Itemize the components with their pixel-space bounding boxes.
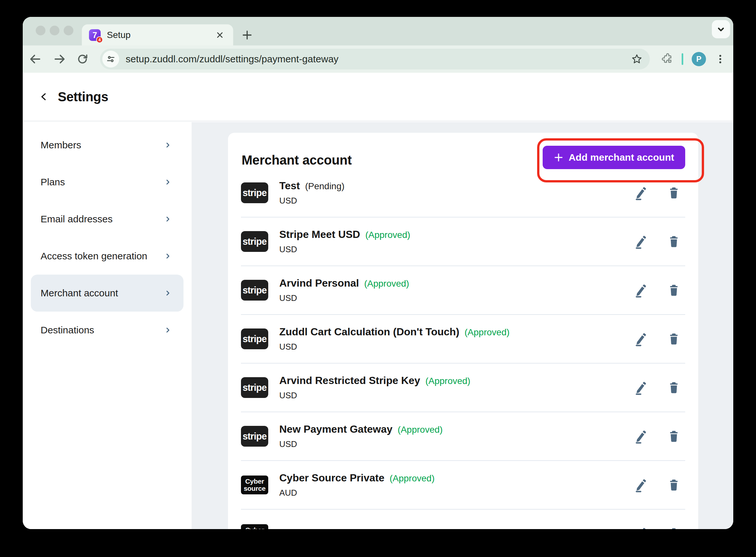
delete-trash-icon [667, 527, 681, 529]
delete-account-button[interactable] [667, 430, 681, 443]
delete-account-button[interactable] [667, 332, 681, 346]
account-text: New Payment Gateway(Approved)USD [279, 423, 443, 449]
edit-account-button[interactable] [633, 283, 648, 298]
edit-account-button[interactable] [633, 185, 648, 200]
stripe-logo: stripe [241, 328, 268, 349]
edit-pencil-icon [633, 234, 648, 249]
delete-account-button[interactable] [667, 527, 681, 529]
row-actions [633, 526, 685, 529]
page-title: Settings [58, 90, 108, 104]
sidebar-item-label: Merchant account [40, 288, 164, 299]
status-badge: (Approved) [398, 424, 443, 435]
extensions-puzzle-icon[interactable] [659, 52, 673, 66]
sidebar-item-access-token-generation[interactable]: Access token generation [31, 238, 184, 274]
delete-account-button[interactable] [667, 283, 681, 297]
sidebar-item-members[interactable]: Members [31, 126, 184, 164]
browser-menu-icon[interactable] [714, 52, 727, 66]
merchant-account-row: CybersourceRaghu cybersource private, do… [241, 509, 685, 529]
account-text: Arvind Personal(Approved)USD [279, 277, 409, 303]
tab-close-icon[interactable] [214, 29, 226, 41]
sidebar-item-destinations[interactable]: Destinations [31, 312, 184, 349]
row-actions [633, 283, 685, 298]
new-tab-button[interactable] [240, 28, 255, 42]
edit-account-button[interactable] [633, 331, 648, 346]
account-name: Arvind Restricted Stripe Key [279, 375, 420, 387]
stripe-logo: stripe [241, 182, 268, 203]
delete-account-button[interactable] [667, 478, 681, 492]
settings-body: MembersPlansEmail addressesAccess token … [23, 122, 733, 529]
logo-text: stripe [243, 334, 267, 344]
row-actions [633, 380, 685, 395]
window-controls [36, 26, 74, 35]
sidebar-item-label: Plans [40, 177, 164, 187]
delete-account-button[interactable] [667, 235, 681, 248]
account-text: Raghu cybersource private, don't use thi… [279, 528, 536, 529]
profile-avatar[interactable]: P [692, 52, 706, 66]
sidebar-item-label: Access token generation [40, 251, 164, 262]
stripe-logo: stripe [241, 231, 268, 252]
status-badge: (Approved) [364, 278, 409, 289]
account-name: Arvind Personal [279, 277, 359, 289]
delete-trash-icon [667, 381, 681, 394]
browser-tab-setup[interactable]: 7 4 Setup [82, 24, 233, 46]
extension-status-bar [682, 53, 683, 65]
delete-account-button[interactable] [667, 381, 681, 394]
sidebar-item-email-addresses[interactable]: Email addresses [31, 201, 184, 238]
tab-search-button[interactable] [712, 20, 730, 38]
window-minimize-button[interactable] [50, 26, 59, 35]
status-badge: (Approved) [465, 327, 510, 338]
delete-account-button[interactable] [667, 186, 681, 200]
forward-icon[interactable] [52, 51, 67, 67]
sidebar-item-label: Email addresses [40, 213, 164, 225]
url-text[interactable]: setup.zuddl.com/zuddl/settings/payment-g… [126, 54, 630, 65]
edit-account-button[interactable] [633, 380, 648, 395]
merchant-account-row: stripeArvind Personal(Approved)USD [241, 266, 685, 315]
window-close-button[interactable] [36, 26, 46, 35]
address-bar[interactable]: setup.zuddl.com/zuddl/settings/payment-g… [100, 49, 650, 69]
status-badge: (Pending) [305, 181, 344, 192]
favicon-badge: 4 [96, 36, 103, 43]
stripe-logo: stripe [241, 426, 268, 447]
page-header: Settings [23, 73, 733, 121]
account-name-line: Arvind Restricted Stripe Key(Approved) [279, 375, 470, 387]
browser-window: 7 4 Setup [23, 17, 733, 529]
merchant-account-list: stripeTest(Pending)USDstripeStripe Meet … [241, 169, 685, 529]
edit-pencil-icon [633, 526, 648, 529]
account-text: Cyber Source Private(Approved)AUD [279, 472, 435, 498]
back-icon[interactable] [27, 51, 43, 67]
stripe-logo: stripe [241, 377, 268, 398]
favicon: 7 4 [89, 29, 101, 41]
toolbar-right-cluster: P [650, 52, 733, 66]
bookmark-star-icon[interactable] [630, 52, 644, 66]
delete-trash-icon [667, 235, 681, 248]
window-zoom-button[interactable] [64, 26, 74, 35]
back-chevron-icon[interactable] [38, 91, 49, 102]
edit-pencil-icon [633, 331, 648, 346]
main-content: Merchant account Add merchant account st… [192, 122, 733, 529]
logo-text: Cyber [245, 478, 264, 485]
merchant-account-row: stripeTest(Pending)USD [241, 169, 685, 217]
edit-account-button[interactable] [633, 526, 648, 529]
logo-text: stripe [243, 431, 267, 442]
edit-pencil-icon [633, 185, 648, 200]
edit-account-button[interactable] [633, 234, 648, 249]
sidebar-item-plans[interactable]: Plans [31, 164, 184, 201]
edit-account-button[interactable] [633, 429, 648, 444]
account-name: New Payment Gateway [279, 423, 393, 435]
account-text: Arvind Restricted Stripe Key(Approved)US… [279, 375, 470, 401]
merchant-account-row: stripeNew Payment Gateway(Approved)USD [241, 412, 685, 461]
add-merchant-account-button[interactable]: Add merchant account [543, 146, 685, 169]
reload-icon[interactable] [75, 51, 90, 67]
chevron-right-icon [164, 178, 172, 186]
account-name: Test [279, 180, 300, 192]
account-currency: USD [279, 342, 509, 352]
status-badge: (Approved) [390, 473, 435, 483]
sidebar-item-merchant-account[interactable]: Merchant account [31, 274, 184, 312]
site-settings-icon[interactable] [102, 51, 119, 67]
merchant-account-card: Merchant account Add merchant account st… [228, 133, 698, 529]
sidebar-item-label: Destinations [40, 325, 164, 335]
edit-account-button[interactable] [633, 477, 648, 492]
account-name-line: Arvind Personal(Approved) [279, 277, 409, 289]
cybersource-logo: Cybersource [241, 524, 268, 529]
account-name: Stripe Meet USD [279, 229, 360, 240]
